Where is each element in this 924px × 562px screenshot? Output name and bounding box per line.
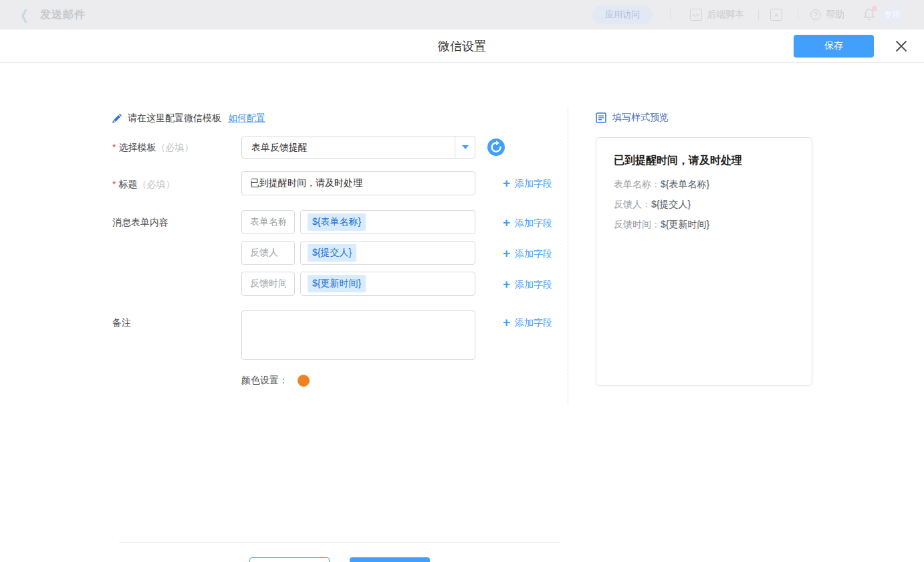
translate-icon: A [770,9,782,21]
preview-line-label: 反馈人： [614,199,651,209]
footer-divider [119,542,560,543]
topbar-divider [670,9,671,20]
preview-line: 表单名称：${表单名称} [614,178,794,190]
add-field-label: 添加字段 [515,278,552,291]
avatar[interactable]: 专用 [881,4,903,25]
preview-line-value: ${提交人} [651,199,691,209]
add-field-label: 添加字段 [515,177,552,190]
field-name-input[interactable] [241,241,295,265]
preview-line-value: ${表单名称} [661,179,709,189]
template-select-value: 表单反馈提醒 [242,136,455,158]
how-to-config-link[interactable]: 如何配置 [228,112,265,124]
restore-default-button[interactable]: 恢复默认 [350,557,430,562]
preview-line-value: ${更新时间} [661,219,709,229]
token-chip[interactable]: ${表单名称} [308,213,366,231]
modal-header: 微信设置 保存 [0,29,924,63]
preview-header-label: 填写样式预览 [612,112,669,124]
add-field-label: 添加字段 [515,247,552,260]
template-select[interactable]: 表单反馈提醒 [241,136,475,159]
plus-icon: + [503,278,510,290]
topbar-divider [798,9,798,20]
preview-line: 反馈时间：${更新时间} [614,218,794,230]
select-caret-box[interactable] [455,136,475,158]
color-setting-label: 颜色设置： [241,375,288,387]
notification-bell-icon[interactable] [862,7,876,24]
modal-body: 请在这里配置微信模板 如何配置 *选择模板（必填） 表单反馈提醒 *标题（必填） [0,63,924,562]
plus-icon: + [503,177,510,189]
title-input[interactable] [241,171,475,195]
color-swatch[interactable] [298,375,310,387]
add-field-button[interactable]: + 添加字段 [503,216,552,229]
document-icon [596,112,606,123]
help-button[interactable]: ? 帮助 [810,0,844,29]
close-button[interactable] [893,38,909,54]
content-label: 消息表单内容 [112,215,168,229]
wechat-settings-modal: 微信设置 保存 请在这里配置微信模板 如何配置 *选择模板（必填） 表单反馈提醒 [0,29,924,562]
remark-label: 备注 [112,316,131,329]
refresh-icon [487,138,505,156]
preview-line: 反馈人：${提交人} [614,198,794,210]
translate-button[interactable]: A [770,0,787,29]
token-input[interactable]: ${提交人} [300,241,475,265]
section-divider [568,107,568,405]
field-name-input[interactable] [241,272,295,296]
preview-line-label: 表单名称： [614,179,661,189]
template-label: *选择模板（必填） [112,140,193,154]
preview-card-title: 已到提醒时间，请及时处理 [614,154,794,168]
app-access-button[interactable]: 应用访问 [592,5,653,24]
token-input[interactable]: ${表单名称} [300,210,475,234]
plus-icon: + [503,316,510,329]
topbar-divider [758,9,759,20]
pencil-icon [112,114,122,123]
plus-icon: + [503,248,510,260]
hint-text: 请在这里配置微信模板 [128,112,221,124]
code-icon: </> [690,9,702,21]
refresh-button[interactable] [487,138,505,156]
color-setting-row: 颜色设置： [241,375,310,387]
remark-textarea[interactable] [241,310,475,360]
add-field-button[interactable]: + 添加字段 [503,247,552,260]
add-field-label: 添加字段 [515,316,552,329]
preview-line-label: 反馈时间： [614,219,661,229]
backend-script-button[interactable]: </> 后端脚本 [690,0,744,29]
question-icon: ? [810,9,821,20]
add-field-button[interactable]: + 添加字段 [503,278,552,291]
topbar: ❮ 发送邮件 应用访问 </> 后端脚本 A ? 帮助 专用 [0,0,924,29]
test-button[interactable]: 测试 [249,557,330,562]
chevron-down-icon [462,145,469,149]
token-input[interactable]: ${更新时间} [300,272,475,296]
token-chip[interactable]: ${提交人} [308,244,356,262]
modal-title: 微信设置 [0,29,924,63]
page-title: 发送邮件 [40,0,86,29]
plus-icon: + [503,217,510,229]
required-asterisk: * [112,179,116,189]
back-chevron-icon[interactable]: ❮ [20,0,29,29]
add-field-button[interactable]: + 添加字段 [503,177,552,190]
add-field-label: 添加字段 [515,216,552,229]
required-asterisk: * [112,142,116,153]
close-icon [895,39,908,53]
field-name-input[interactable] [241,210,295,234]
config-hint-row: 请在这里配置微信模板 如何配置 [112,112,265,124]
title-label: *标题（必填） [112,177,175,191]
token-chip[interactable]: ${更新时间} [308,275,366,292]
help-label: 帮助 [826,9,844,21]
add-field-button[interactable]: + 添加字段 [503,316,552,329]
preview-header: 填写样式预览 [596,112,669,124]
backend-script-label: 后端脚本 [707,9,744,21]
notification-dot [872,6,877,11]
preview-card: 已到提醒时间，请及时处理 表单名称：${表单名称} 反馈人：${提交人} 反馈时… [596,137,812,386]
save-button[interactable]: 保存 [794,35,874,58]
